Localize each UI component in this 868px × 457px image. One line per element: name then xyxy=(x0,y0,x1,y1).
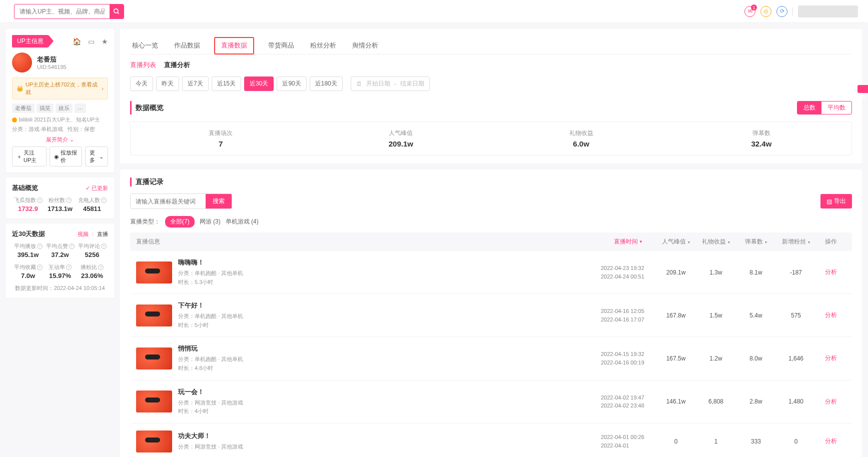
main-tab[interactable]: 舆情分析 xyxy=(350,37,380,54)
main-tab[interactable]: 带货商品 xyxy=(266,37,296,54)
range-button[interactable]: 近180天 xyxy=(310,76,343,91)
tag[interactable]: 娱乐 xyxy=(56,104,73,113)
coin-icon[interactable]: ◎ xyxy=(760,6,771,17)
range-button[interactable]: 近30天 xyxy=(244,76,274,91)
info-icon[interactable]: ? xyxy=(37,198,43,203)
analyze-link[interactable]: 分析 xyxy=(825,354,837,362)
cell-peak: 167.8w xyxy=(656,312,696,319)
mail-icon[interactable]: ✉1 xyxy=(744,6,755,17)
cell-danmu: 333 xyxy=(736,438,776,445)
live-time: 2022-04-01 00:262022-04-01 xyxy=(601,433,656,450)
refresh-icon[interactable]: ⟳ xyxy=(776,6,787,17)
main-tab[interactable]: 核心一览 xyxy=(130,37,160,54)
svg-line-1 xyxy=(118,12,119,14)
home-icon[interactable]: 🏠 xyxy=(73,38,81,46)
stat-value: 1713.1w xyxy=(44,205,76,212)
stat-label: 平均播放 ? xyxy=(12,242,44,250)
subnav-analysis[interactable]: 直播分析 xyxy=(164,60,190,70)
search-input[interactable] xyxy=(15,5,110,18)
tag[interactable]: 搞笑 xyxy=(37,104,54,113)
type-all[interactable]: 全部(7) xyxy=(165,216,195,228)
overview-toggle: 总数 平均数 xyxy=(797,101,852,114)
type-opt[interactable]: 单机游戏 (4) xyxy=(226,218,259,226)
stat-label: 平均收藏 ? xyxy=(12,264,44,271)
export-button[interactable]: ▤ 导出 xyxy=(820,194,852,208)
info-icon[interactable]: ? xyxy=(69,244,75,249)
th-peak[interactable]: 人气峰值 ▾ xyxy=(656,238,696,246)
main-tab[interactable]: 粉丝分析 xyxy=(308,37,338,54)
main-tab[interactable]: 直播数据 xyxy=(214,37,254,54)
live-thumbnail[interactable] xyxy=(136,390,172,412)
records-search-button[interactable]: 搜索 xyxy=(206,194,232,208)
expand-intro[interactable]: 展开简介 ⌄ xyxy=(12,136,108,144)
th-time[interactable]: 直播时间▼ xyxy=(601,238,656,246)
user-area[interactable] xyxy=(798,6,858,18)
range-button[interactable]: 近15天 xyxy=(212,76,241,91)
stat-label: 粉丝数 ? xyxy=(44,196,76,204)
subnav-list[interactable]: 直播列表 xyxy=(130,60,156,70)
toggle-total[interactable]: 总数 xyxy=(797,102,821,114)
live-thumbnail[interactable] xyxy=(136,304,172,326)
stat-value: 1732.9 xyxy=(12,205,44,212)
info-icon[interactable]: ? xyxy=(37,264,43,270)
live-duration: 时长：4.8小时 xyxy=(178,364,601,373)
live-duration: 时长：4小时 xyxy=(178,407,601,416)
search-button[interactable] xyxy=(110,4,124,18)
live-title[interactable]: 悄悄玩 xyxy=(178,344,601,353)
profile-name: 老番茄 xyxy=(37,55,67,64)
live-thumbnail[interactable] xyxy=(136,262,172,284)
star-icon[interactable]: ★ xyxy=(102,38,108,46)
rank-banner[interactable]: 👑 UP主历史上榜702次，查看成就 › xyxy=(12,78,108,100)
th-fans[interactable]: 新增粉丝 ▾ xyxy=(776,238,816,246)
cell-danmu: 2.8w xyxy=(736,398,776,405)
range-button[interactable]: 今天 xyxy=(130,76,153,91)
mail-badge: 1 xyxy=(751,4,757,10)
type-opt[interactable]: 网游 (3) xyxy=(200,218,221,226)
analyze-link[interactable]: 分析 xyxy=(825,268,837,276)
overview-label: 直播场次 xyxy=(131,129,311,138)
analyze-link[interactable]: 分析 xyxy=(825,312,837,318)
live-thumbnail[interactable] xyxy=(136,348,172,370)
cell-fans: 1,480 xyxy=(776,398,816,405)
date-picker[interactable]: 🗓开始日期-结束日期 xyxy=(351,76,430,91)
live-title[interactable]: 嗨嗨嗨！ xyxy=(178,258,601,267)
tag-more[interactable]: … xyxy=(75,104,86,113)
th-gift[interactable]: 礼物收益 ▾ xyxy=(696,238,736,246)
analyze-link[interactable]: 分析 xyxy=(825,438,837,444)
live-time: 2022-04-16 12:052022-04-16 17:07 xyxy=(601,307,656,324)
main-tab[interactable]: 作品数据 xyxy=(172,37,202,54)
live-title[interactable]: 玩一会！ xyxy=(178,388,601,396)
info-icon[interactable]: ? xyxy=(98,264,104,270)
live-title[interactable]: 功夫大师！ xyxy=(178,432,601,440)
cert-badge-icon xyxy=(12,118,17,122)
analyze-link[interactable]: 分析 xyxy=(825,398,837,405)
more-button[interactable]: 更多 ⌄ xyxy=(85,146,108,166)
tv-icon[interactable]: ▭ xyxy=(88,38,95,46)
sidebar: UP主信息 🏠 ▭ ★ 老番茄 UID:546195 👑 UP主历史上榜702次… xyxy=(6,29,114,457)
overview-value: 209.1w xyxy=(311,140,491,148)
rank-text: UP主历史上榜702次，查看成就 xyxy=(26,81,102,96)
info-icon[interactable]: ? xyxy=(37,244,43,249)
toggle-avg[interactable]: 平均数 xyxy=(821,102,851,114)
recent-subtabs: 视频 | 直播 xyxy=(76,230,108,238)
range-button[interactable]: 昨天 xyxy=(156,76,179,91)
th-danmu[interactable]: 弹幕数 ▾ xyxy=(736,238,776,246)
table-row: 功夫大师！ 分类：网游竞技 · 其他游戏 2022-04-01 00:26202… xyxy=(130,424,852,457)
live-title[interactable]: 下午好！ xyxy=(178,301,601,310)
subtab-live[interactable]: 直播 xyxy=(97,231,108,237)
records-title: 直播记录 xyxy=(136,178,164,186)
range-button[interactable]: 近7天 xyxy=(182,76,209,91)
info-icon[interactable]: ? xyxy=(66,264,72,270)
records-search-input[interactable] xyxy=(131,194,206,208)
info-icon[interactable]: ? xyxy=(101,244,107,249)
compare-floating-tab[interactable]: 对比 xyxy=(857,85,868,93)
info-icon[interactable]: ? xyxy=(66,198,72,203)
stat-label: 互动率 ? xyxy=(44,264,76,271)
range-button[interactable]: 近90天 xyxy=(277,76,306,91)
live-thumbnail[interactable] xyxy=(136,430,172,452)
subtab-video[interactable]: 视频 xyxy=(78,231,89,237)
tag[interactable]: 老番茄 xyxy=(12,104,35,113)
info-icon[interactable]: ? xyxy=(101,198,107,203)
follow-button[interactable]: ＋关注UP主 xyxy=(12,146,47,166)
quote-button[interactable]: ◉投放报价 xyxy=(50,146,82,166)
